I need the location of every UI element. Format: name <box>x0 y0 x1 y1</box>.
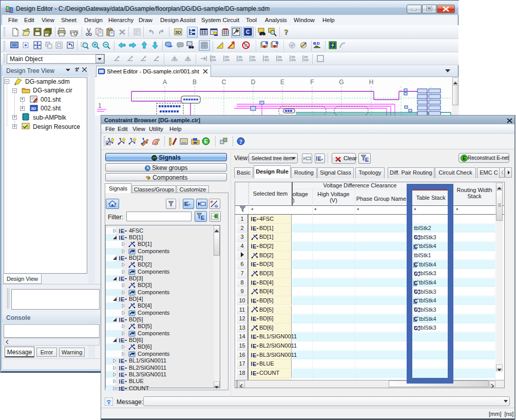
svg-text:E-: E- <box>185 201 190 207</box>
svg-text:B: B <box>313 41 316 46</box>
svg-text:E: E <box>365 157 369 163</box>
svg-text:E: E <box>121 365 124 371</box>
svg-text:E: E <box>121 276 124 282</box>
svg-text:3D: 3D <box>175 30 181 35</box>
svg-text:E: E <box>253 280 256 286</box>
svg-text:E: E <box>253 298 256 304</box>
svg-text:E: E <box>253 343 256 349</box>
svg-text:B: B <box>9 6 13 12</box>
svg-text:D: D <box>317 41 320 46</box>
svg-text:E: E <box>253 352 256 358</box>
svg-text:E: E <box>121 296 124 302</box>
svg-text:E: E <box>253 361 256 367</box>
svg-text:E: E <box>121 255 124 261</box>
svg-text:E: E <box>253 316 256 322</box>
svg-text:C: C <box>246 29 250 35</box>
svg-text:E: E <box>253 334 256 340</box>
svg-text:E: E <box>121 372 124 378</box>
svg-text:E: E <box>253 225 256 232</box>
svg-text:E: E <box>463 156 466 161</box>
svg-text:E: E <box>121 235 124 241</box>
svg-text:E: E <box>253 243 256 250</box>
svg-text:G: G <box>215 204 218 208</box>
svg-text:3D: 3D <box>31 106 36 111</box>
svg-text:E-: E- <box>318 156 323 162</box>
svg-text:?: ? <box>284 28 289 36</box>
svg-text:?: ? <box>239 138 242 145</box>
svg-text:E: E <box>201 215 204 221</box>
svg-text:E: E <box>204 138 208 144</box>
svg-text:E: E <box>121 228 124 234</box>
svg-text:P: P <box>211 200 214 204</box>
svg-text:E: E <box>121 358 124 364</box>
svg-text:E: E <box>121 386 124 392</box>
svg-text:E: E <box>253 370 256 376</box>
svg-text:E: E <box>121 337 124 343</box>
svg-text:E: E <box>253 261 256 268</box>
svg-text:E: E <box>121 317 124 323</box>
svg-text:E: E <box>121 378 124 385</box>
svg-text:E: E <box>253 216 256 222</box>
